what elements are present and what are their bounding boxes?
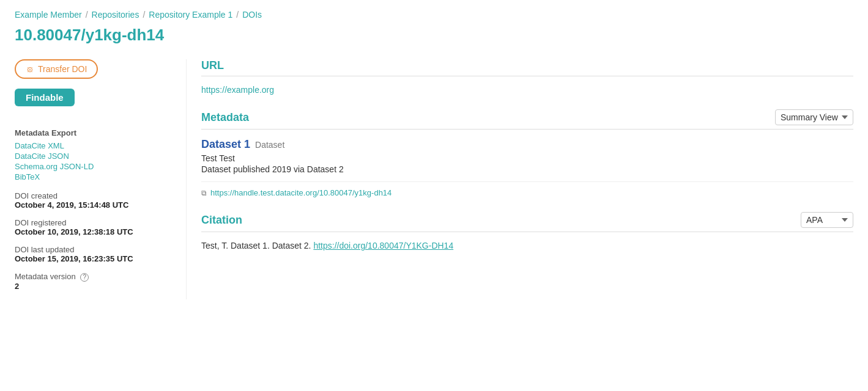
breadcrumb-sep-3: / xyxy=(236,10,239,20)
metadata-version-label: Metadata version ? xyxy=(15,272,171,282)
metadata-section-title: Metadata xyxy=(201,111,249,124)
dataset-handle-row: ⧉ https://handle.test.datacite.org/10.80… xyxy=(201,181,853,197)
metadata-version-value: 2 xyxy=(15,282,171,291)
breadcrumb-sep-2: / xyxy=(143,10,145,20)
citation-section-header: Citation APA MLA Chicago Harvard xyxy=(201,212,853,232)
metadata-section-header: Metadata Summary View Full View xyxy=(201,109,853,130)
url-section-header: URL xyxy=(201,59,853,76)
doi-created-value: October 4, 2019, 15:14:48 UTC xyxy=(15,200,171,210)
doi-registered-label: DOI registered xyxy=(15,218,171,227)
doi-last-updated-value: October 15, 2019, 16:23:35 UTC xyxy=(15,254,171,263)
datacite-xml-link[interactable]: DataCite XML xyxy=(15,141,171,150)
citation-section-title: Citation xyxy=(201,214,242,227)
content-area: URL https://example.org Metadata Summary… xyxy=(186,59,853,299)
breadcrumb-dois[interactable]: DOIs xyxy=(242,10,262,20)
metadata-export-links: DataCite XML DataCite JSON Schema.org JS… xyxy=(15,141,171,181)
dataset-published: Dataset published 2019 via Dataset 2 xyxy=(201,164,853,174)
metadata-section: Metadata Summary View Full View Dataset … xyxy=(201,109,853,197)
breadcrumb: Example Member / Repositories / Reposito… xyxy=(15,10,853,20)
citation-text: Test, T. Dataset 1. Dataset 2. https://d… xyxy=(201,241,853,250)
schema-org-link[interactable]: Schema.org JSON-LD xyxy=(15,162,171,171)
datacite-json-link[interactable]: DataCite JSON xyxy=(15,152,171,161)
citation-format-select[interactable]: APA MLA Chicago Harvard xyxy=(801,212,853,228)
sidebar: ⦻ Transfer DOI Findable Metadata Export … xyxy=(15,59,186,299)
dataset-handle-link[interactable]: https://handle.test.datacite.org/10.8004… xyxy=(210,188,391,197)
metadata-view-select[interactable]: Summary View Full View xyxy=(775,109,853,125)
breadcrumb-repository-example[interactable]: Repository Example 1 xyxy=(149,10,232,20)
bibtex-link[interactable]: BibTeX xyxy=(15,172,171,181)
doi-created-label: DOI created xyxy=(15,191,171,200)
transfer-doi-label: Transfer DOI xyxy=(38,64,87,74)
transfer-doi-icon: ⦻ xyxy=(26,64,34,74)
url-value[interactable]: https://example.org xyxy=(201,85,274,95)
breadcrumb-example-member[interactable]: Example Member xyxy=(15,10,82,20)
url-section-title: URL xyxy=(201,59,224,72)
metadata-version-tooltip-icon: ? xyxy=(80,273,89,282)
citation-section: Citation APA MLA Chicago Harvard Test, T… xyxy=(201,212,853,250)
dataset-type-badge: Dataset xyxy=(255,140,284,150)
breadcrumb-repositories[interactable]: Repositories xyxy=(92,10,139,20)
findable-badge: Findable xyxy=(15,89,75,106)
dataset-title: Dataset 1 xyxy=(201,138,250,151)
doi-registered-value: October 10, 2019, 12:38:18 UTC xyxy=(15,227,171,236)
dataset-description: Test Test xyxy=(201,153,853,163)
metadata-export-label: Metadata Export xyxy=(15,128,171,137)
breadcrumb-sep-1: / xyxy=(86,10,88,20)
external-link-icon: ⧉ xyxy=(201,189,207,197)
doi-title: 10.80047/y1kg-dh14 xyxy=(15,26,853,45)
dataset-title-row: Dataset 1 Dataset xyxy=(201,138,853,151)
url-section: URL https://example.org xyxy=(201,59,853,95)
transfer-doi-button[interactable]: ⦻ Transfer DOI xyxy=(15,59,98,79)
doi-last-updated-label: DOI last updated xyxy=(15,245,171,254)
citation-doi-link[interactable]: https://doi.org/10.80047/Y1KG-DH14 xyxy=(313,241,453,250)
dataset-block: Dataset 1 Dataset Test Test Dataset publ… xyxy=(201,138,853,174)
